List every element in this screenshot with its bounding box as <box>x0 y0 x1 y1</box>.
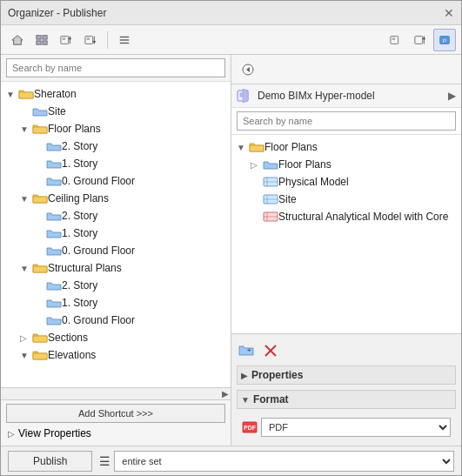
svg-rect-6 <box>63 37 66 40</box>
tb-icon2 <box>414 34 426 46</box>
left-tree-area: ▼ Sheraton Site ▼ <box>1 82 231 387</box>
svg-text:PDF: PDF <box>244 425 257 431</box>
right-tb-btn2[interactable] <box>409 29 432 51</box>
svg-rect-1 <box>37 35 41 38</box>
model-icon <box>237 88 254 104</box>
site-model-icon <box>263 193 278 205</box>
view-properties-row[interactable]: ▷ View Properties <box>6 425 225 442</box>
tree-item-sheraton[interactable]: ▼ Sheraton <box>1 85 231 103</box>
tree-item-ceiling[interactable]: ▼ Ceiling Plans <box>1 190 231 207</box>
folder-open-icon-cp <box>32 192 48 204</box>
right-nav-back[interactable] <box>237 58 259 81</box>
svg-marker-24 <box>246 67 250 72</box>
tree-item-fp-ground[interactable]: 0. Ground Floor <box>1 172 231 190</box>
import-btn[interactable] <box>79 29 102 51</box>
format-section-header[interactable]: ▼ Format <box>237 390 456 409</box>
add-icon-btn[interactable]: + <box>237 341 256 360</box>
list-view-btn[interactable] <box>113 29 136 51</box>
folder-icon-rfp2 <box>263 158 278 171</box>
tree-item-site[interactable]: Site <box>1 103 231 120</box>
tree-item-sp-ground[interactable]: 0. Ground Floor <box>1 312 231 329</box>
delete-icon <box>264 344 278 358</box>
toggle-sheraton[interactable]: ▼ <box>6 90 18 99</box>
list-icon: ☰ <box>99 454 110 468</box>
view-properties-label: View Properties <box>18 427 91 439</box>
right-tree-item-fp2[interactable]: ▷ Floor Plans <box>231 156 461 173</box>
publish-button[interactable]: Publish <box>8 451 92 472</box>
folder-open-icon-sp <box>32 262 48 274</box>
tree-item-sp-1story[interactable]: 1. Story <box>1 294 231 312</box>
svg-marker-12 <box>93 40 97 44</box>
folder-icon-sp2 <box>46 279 62 292</box>
tree-label-site: Site <box>48 105 66 117</box>
left-panel: ▼ Sheraton Site ▼ <box>1 55 231 446</box>
toggle-ceiling[interactable]: ▼ <box>20 194 32 204</box>
tree-item-elevations[interactable]: ▼ Elevations <box>1 346 231 364</box>
delete-icon-btn[interactable] <box>261 341 280 360</box>
svg-text:+: + <box>247 346 251 354</box>
hscroll-right-arrow[interactable]: ▶ <box>222 389 229 399</box>
folder-open-icon <box>18 88 34 100</box>
tree-item-floorplans[interactable]: ▼ Floor Plans <box>1 120 231 137</box>
tb-icon3: P <box>439 34 451 46</box>
tree-item-cp-ground[interactable]: 0. Ground Floor <box>1 242 231 259</box>
structural-model-icon <box>263 211 278 223</box>
right-tb-btn3[interactable]: P <box>433 29 456 51</box>
main-window: Organizer - Publisher ✕ <box>0 0 462 476</box>
folder-icon-sp1 <box>46 297 62 309</box>
folder-icon-sections <box>32 332 48 344</box>
svg-marker-0 <box>12 35 23 44</box>
folder-open-icon-fp <box>32 123 48 135</box>
view-layout-btn[interactable] <box>30 29 53 51</box>
format-select[interactable]: PDF DWG DXF <box>261 418 451 437</box>
tree-item-sp-2story[interactable]: 2. Story <box>1 277 231 294</box>
tree-item-cp-2story[interactable]: 2. Story <box>1 207 231 225</box>
pdf-icon: PDF <box>242 421 258 433</box>
right-search-input[interactable] <box>237 111 456 131</box>
folder-open-icon-elev <box>32 349 48 361</box>
toggle-floorplans[interactable]: ▼ <box>20 124 32 134</box>
right-tree-item-physical[interactable]: Physical Model <box>231 173 461 191</box>
tree-item-fp-1story[interactable]: 1. Story <box>1 155 231 172</box>
right-panel: Demo BIMx Hyper-model ▶ ▼ Floor Plans <box>231 55 461 446</box>
folder-icon-site <box>32 105 48 117</box>
tb-icon1 <box>390 34 402 46</box>
right-tree-item-structural[interactable]: Structural Analytical Model with Core <box>231 208 461 225</box>
entire-set-select[interactable]: entire set <box>114 451 454 472</box>
right-tb-btn1[interactable] <box>385 29 407 51</box>
right-toolbar <box>231 55 461 84</box>
right-tree-area: ▼ Floor Plans ▷ Floor Plans <box>231 135 461 333</box>
action-icons-row: + <box>237 339 456 362</box>
folder-icon-fp1 <box>46 158 62 170</box>
format-toggle-icon: ▼ <box>241 395 250 405</box>
right-tree-item-fp[interactable]: ▼ Floor Plans <box>231 138 461 156</box>
model-expand-arrow[interactable]: ▶ <box>448 90 456 102</box>
properties-section-header[interactable]: ▶ Properties <box>237 365 456 385</box>
tree-item-cp-1story[interactable]: 1. Story <box>1 225 231 242</box>
footer: Publish ☰ entire set <box>1 446 461 475</box>
layout-icon <box>36 34 48 46</box>
add-shortcut-button[interactable]: Add Shortcut >>> <box>6 404 225 423</box>
export-icon <box>60 34 72 46</box>
import-icon <box>84 34 97 46</box>
tree-item-sections[interactable]: ▷ Sections <box>1 329 231 346</box>
content-area: ▼ Sheraton Site ▼ <box>1 55 461 446</box>
tree-item-structural[interactable]: ▼ Structural Plans <box>1 259 231 277</box>
svg-marker-8 <box>69 36 72 39</box>
export-btn[interactable] <box>55 29 77 51</box>
format-section-label: Format <box>253 393 289 406</box>
toggle-structural[interactable]: ▼ <box>20 264 32 273</box>
properties-section-label: Properties <box>251 369 303 381</box>
tree-item-fp-2story[interactable]: 2. Story <box>1 137 231 155</box>
right-tree-item-site[interactable]: Site <box>231 191 461 208</box>
svg-rect-17 <box>392 37 396 40</box>
properties-toggle-icon: ▶ <box>241 371 248 380</box>
main-toolbar: P <box>1 25 461 55</box>
close-button[interactable]: ✕ <box>444 7 454 19</box>
left-search-input[interactable] <box>6 58 225 77</box>
left-search-bar <box>1 55 231 82</box>
nav-back-icon <box>242 64 254 76</box>
home-toolbar-btn[interactable] <box>6 29 29 51</box>
list-icon <box>118 34 131 46</box>
view-props-toggle[interactable]: ▷ <box>8 429 15 439</box>
